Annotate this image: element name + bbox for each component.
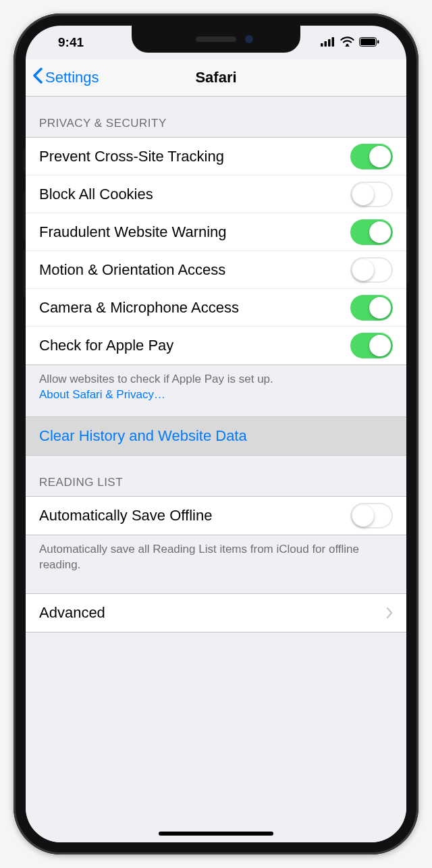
settings-content[interactable]: PRIVACY & SECURITY Prevent Cross-Site Tr… (26, 97, 406, 842)
row-block-all-cookies: Block All Cookies (26, 175, 406, 213)
toggle-block-all-cookies[interactable] (350, 182, 393, 207)
wifi-icon (340, 35, 354, 50)
row-prevent-cross-site-tracking: Prevent Cross-Site Tracking (26, 138, 406, 175)
svg-rect-0 (321, 43, 323, 47)
phone-screen: 9:41 Settings Safari (26, 26, 406, 842)
clear-history-label: Clear History and Website Data (39, 427, 247, 445)
toggle-motion-orientation-access[interactable] (350, 257, 393, 283)
svg-point-4 (346, 44, 349, 47)
toggle-check-for-apple-pay[interactable] (350, 333, 393, 358)
reading-list-group: Automatically Save Offline (26, 496, 406, 535)
row-label: Advanced (39, 604, 105, 622)
status-indicators (321, 35, 386, 50)
privacy-footer: Allow websites to check if Apple Pay is … (26, 365, 406, 416)
toggle-prevent-cross-site-tracking[interactable] (350, 144, 393, 169)
speaker-grille (196, 36, 236, 42)
row-label: Motion & Orientation Access (39, 261, 225, 279)
svg-rect-3 (332, 37, 335, 47)
row-label: Camera & Microphone Access (39, 299, 239, 317)
row-check-for-apple-pay: Check for Apple Pay (26, 327, 406, 364)
svg-rect-6 (360, 38, 375, 45)
svg-rect-2 (328, 39, 331, 47)
clear-history-group: Clear History and Website Data (26, 416, 406, 456)
back-label: Settings (45, 69, 99, 86)
nav-bar: Settings Safari (26, 59, 406, 97)
row-label: Fraudulent Website Warning (39, 223, 227, 241)
row-auto-save-offline: Automatically Save Offline (26, 497, 406, 535)
cellular-icon (321, 35, 335, 50)
back-button[interactable]: Settings (32, 67, 99, 88)
notch (132, 26, 300, 53)
advanced-group: Advanced (26, 593, 406, 632)
battery-icon (359, 35, 379, 50)
svg-rect-1 (325, 41, 327, 47)
toggle-auto-save-offline[interactable] (350, 503, 393, 528)
row-label: Prevent Cross-Site Tracking (39, 148, 224, 165)
reading-list-footer: Automatically save all Reading List item… (26, 535, 406, 587)
section-header-privacy: PRIVACY & SECURITY (26, 97, 406, 137)
nav-title: Safari (195, 69, 236, 86)
svg-rect-7 (377, 40, 379, 44)
home-indicator[interactable] (159, 832, 273, 836)
row-label: Block All Cookies (39, 186, 153, 203)
toggle-camera-microphone-access[interactable] (350, 295, 393, 321)
clear-history-button[interactable]: Clear History and Website Data (26, 417, 406, 455)
row-advanced[interactable]: Advanced (26, 594, 406, 632)
privacy-group: Prevent Cross-Site Tracking Block All Co… (26, 137, 406, 365)
row-motion-orientation-access: Motion & Orientation Access (26, 251, 406, 289)
section-header-reading-list: READING LIST (26, 456, 406, 496)
about-safari-privacy-link[interactable]: About Safari & Privacy… (39, 388, 165, 401)
row-fraudulent-website-warning: Fraudulent Website Warning (26, 213, 406, 251)
phone-frame: 9:41 Settings Safari (14, 13, 418, 855)
chevron-right-icon (386, 602, 393, 624)
privacy-footer-text: Allow websites to check if Apple Pay is … (39, 373, 273, 385)
front-camera (245, 35, 253, 43)
row-label: Check for Apple Pay (39, 337, 173, 354)
toggle-fraudulent-website-warning[interactable] (350, 219, 393, 245)
chevron-left-icon (32, 67, 43, 88)
status-time: 9:41 (46, 35, 84, 50)
row-label: Automatically Save Offline (39, 507, 212, 524)
row-camera-microphone-access: Camera & Microphone Access (26, 289, 406, 327)
